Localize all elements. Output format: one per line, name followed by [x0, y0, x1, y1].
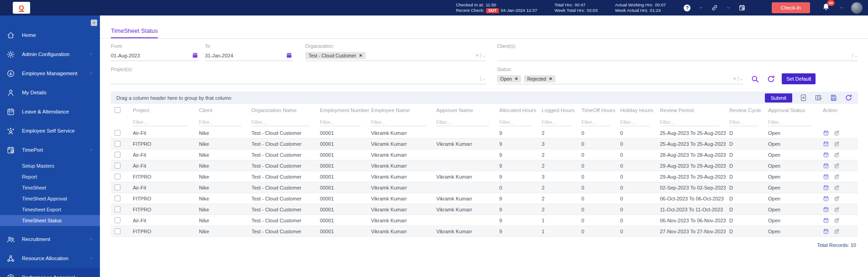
column-header-review-period[interactable]: Review Period [656, 108, 726, 113]
row-checkbox[interactable] [115, 206, 120, 212]
edit-icon[interactable] [834, 195, 840, 202]
chevron-down-icon[interactable] [726, 5, 731, 10]
chevron-down-icon[interactable] [839, 5, 844, 10]
status-chip[interactable]: Open✕ [497, 75, 521, 82]
column-header-approver-name[interactable]: Approver Name [433, 108, 496, 113]
sidebar-item-performance-appraisal[interactable]: Performance Appraisal [0, 268, 100, 277]
calendar-check-icon[interactable] [823, 141, 829, 147]
column-header-holiday-hours[interactable]: Holiday Hours [617, 108, 656, 113]
refresh-grid-icon[interactable] [845, 94, 852, 102]
clients-select[interactable]: |⌄ [497, 50, 858, 61]
row-checkbox[interactable] [115, 217, 120, 223]
status-chip[interactable]: Rejected✕ [524, 75, 555, 82]
calendar-check-icon[interactable] [823, 152, 829, 158]
chip-remove-icon[interactable]: ✕ [359, 53, 362, 58]
edit-icon[interactable] [834, 217, 840, 224]
organization-select[interactable]: Test - Cloud Customer✕ ✕|⌄ [305, 50, 486, 61]
column-header-review-cycle[interactable]: Review Cycle [726, 108, 764, 113]
column-filter-input-project[interactable] [133, 118, 189, 126]
column-filter-input-review-period[interactable] [660, 118, 719, 126]
chevron-down-icon[interactable] [699, 5, 703, 10]
to-date-input[interactable]: 31-Jan-2024 [205, 50, 293, 61]
calendar-check-icon[interactable] [823, 228, 829, 235]
column-filter-input-approval-status[interactable] [768, 118, 813, 126]
dropdown-caret-icon[interactable]: ⌄ [740, 76, 743, 81]
row-checkbox[interactable] [115, 130, 120, 136]
sidebar-item-my-details[interactable]: My Details [0, 83, 100, 102]
column-filter-input-holiday-hours[interactable] [620, 118, 650, 126]
sidebar-collapse-button[interactable]: < [91, 20, 97, 26]
sidebar-subitem-timesheet-status[interactable]: TimeSheet Status [0, 215, 100, 226]
column-filter-input-client[interactable] [199, 118, 241, 126]
sidebar-subitem-timesheet-export[interactable]: Timesheet Export [0, 204, 100, 215]
column-header-approval-status[interactable]: Approval Status [764, 108, 819, 113]
edit-icon[interactable] [834, 141, 840, 147]
attendance-calendar-icon[interactable] [738, 4, 746, 12]
column-filter-input-organization-name[interactable] [251, 118, 310, 126]
search-icon[interactable] [751, 75, 759, 83]
column-filter-input-allocated-hours[interactable] [499, 118, 532, 126]
column-header-allocated-hours[interactable]: Allocated Hours [496, 108, 538, 113]
projects-select[interactable]: |⌄ [111, 73, 486, 84]
calendar-check-icon[interactable] [823, 217, 829, 224]
row-checkbox[interactable] [115, 141, 120, 147]
select-all-checkbox[interactable] [115, 107, 120, 113]
row-checkbox[interactable] [115, 174, 120, 180]
app-logo[interactable]: Q [13, 2, 30, 14]
save-layout-icon[interactable] [830, 94, 837, 102]
from-date-input[interactable]: 01-Aug-2023 [111, 50, 199, 61]
column-filter-input-approver-name[interactable] [436, 118, 489, 126]
column-header-project[interactable]: Project [129, 108, 195, 113]
chip-remove-icon[interactable]: ✕ [515, 77, 518, 81]
column-filter-input-review-cycle[interactable] [729, 118, 758, 126]
sidebar-item-employee-self-service[interactable]: Employee Self Service [0, 121, 100, 140]
avatar[interactable] [851, 2, 863, 14]
column-header-organization-name[interactable]: Organization Name [248, 108, 316, 113]
column-header-employee-name[interactable]: Employee Name [367, 108, 433, 113]
row-checkbox[interactable] [115, 163, 120, 169]
submit-button[interactable]: Submit [765, 93, 792, 103]
calendar-check-icon[interactable] [823, 206, 829, 213]
group-by-hint[interactable]: Drag a column header here to group by th… [116, 95, 231, 101]
column-chooser-icon[interactable] [815, 94, 822, 102]
check-in-button[interactable]: Check-In [772, 2, 810, 13]
column-header-timeoff-hours[interactable]: TimeOff Hours [578, 108, 617, 113]
edit-icon[interactable] [834, 130, 840, 136]
row-checkbox[interactable] [115, 152, 120, 158]
sidebar-item-home[interactable]: Home [0, 26, 100, 45]
clear-icon[interactable]: ✕ [476, 53, 479, 58]
sidebar-subitem-setup-masters[interactable]: Setup Masters [0, 160, 100, 171]
row-checkbox[interactable] [115, 185, 120, 190]
calendar-check-icon[interactable] [823, 163, 829, 169]
row-checkbox[interactable] [115, 195, 120, 201]
column-header-employment-number[interactable]: Employment Number [316, 108, 367, 113]
edit-icon[interactable] [834, 185, 840, 191]
sidebar-item-resource-allocation[interactable]: Resource Allocation [0, 249, 100, 268]
edit-icon[interactable] [834, 206, 840, 213]
calendar-check-icon[interactable] [823, 130, 829, 136]
page-title[interactable]: TimeSheet Status [111, 27, 158, 38]
help-icon[interactable]: ? [683, 4, 691, 12]
organization-chip[interactable]: Test - Cloud Customer✕ [305, 52, 366, 59]
calendar-picker-icon[interactable] [192, 52, 199, 59]
refresh-icon[interactable] [767, 75, 775, 83]
edit-icon[interactable] [834, 163, 840, 169]
dropdown-caret-icon[interactable]: ⌄ [854, 53, 858, 58]
export-excel-icon[interactable] [800, 94, 807, 102]
column-filter-input-logged-hours[interactable] [542, 118, 571, 126]
calendar-picker-icon[interactable] [286, 52, 293, 59]
edit-icon[interactable] [834, 228, 840, 235]
sidebar-subitem-report[interactable]: Report [0, 171, 100, 182]
column-header-action[interactable]: Action [819, 108, 858, 113]
status-select[interactable]: Open✕Rejected✕ ✕|⌄ [497, 73, 743, 84]
chip-remove-icon[interactable]: ✕ [549, 77, 553, 81]
calendar-check-icon[interactable] [823, 174, 829, 180]
sidebar-subitem-timesheet[interactable]: TimeSheet [0, 182, 100, 193]
sidebar-item-recruitment[interactable]: Recruitment [0, 230, 100, 249]
column-filter-input-employment-number[interactable] [320, 118, 361, 126]
dropdown-caret-icon[interactable]: ⌄ [482, 76, 486, 81]
column-header-client[interactable]: Client [195, 108, 248, 113]
dropdown-caret-icon[interactable]: ⌄ [482, 53, 486, 58]
sidebar-item-employee-management[interactable]: Employee Management [0, 64, 100, 83]
link-icon[interactable] [711, 4, 719, 12]
